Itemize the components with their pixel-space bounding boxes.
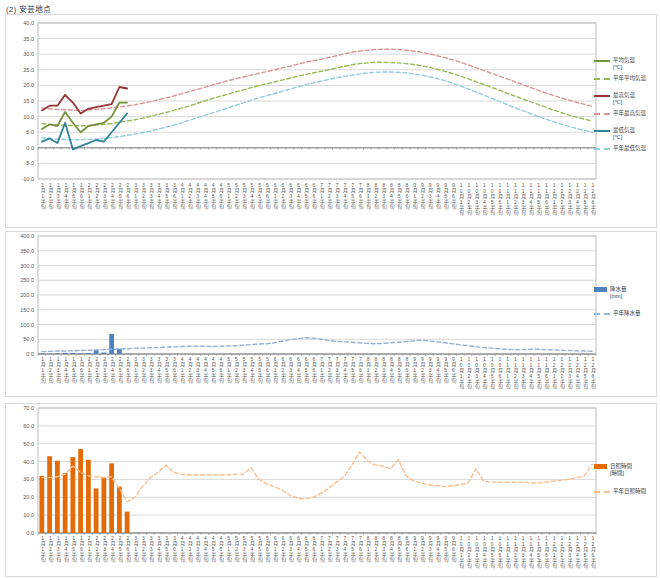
legend-item-平年最低気温: 平年最低気温 — [594, 145, 646, 152]
legend-item-平年最高気温: 平年最高気温 — [594, 110, 646, 117]
legend-item-平年日照時間: 平年日照時間 — [594, 488, 646, 495]
sunshine-chart: 0.010.020.030.040.050.060.070.0 1月1半旬1月2… — [5, 403, 657, 577]
legend-item-平年平均気温: 平年平均気温 — [594, 75, 646, 82]
legend-label: 平年最高気温 — [613, 110, 646, 117]
legend-swatch — [594, 287, 607, 292]
legend-swatch — [594, 491, 610, 493]
legend-item-日照時間: 日照時間 [時間] — [594, 463, 632, 477]
legend-swatch — [594, 113, 610, 115]
legend-swatch — [594, 130, 610, 132]
legend-label: 平年日照時間 — [613, 488, 646, 495]
legend-item-最高気温: 最高気温 [℃] — [594, 92, 635, 106]
legend-swatch — [594, 78, 610, 80]
legend-item-平均気温: 平均気温 [℃] — [594, 57, 635, 71]
legend-swatch — [594, 148, 610, 150]
legend-label: 最高気温 [℃] — [613, 92, 635, 106]
legend-label: 平均気温 [℃] — [613, 57, 635, 71]
legend-swatch — [594, 313, 610, 315]
legend-swatch — [594, 60, 610, 62]
temperature-legend: 平均気温 [℃]平年平均気温最高気温 [℃]平年最高気温最低気温 [℃]平年最低… — [6, 15, 656, 227]
precipitation-chart: 0.050.0100.0150.0200.0250.0300.0350.0400… — [5, 231, 657, 397]
weather-report-page: (2) 安芸地点 -10.0-5.00.05.010.015.020.025.0… — [0, 0, 660, 578]
legend-swatch — [594, 95, 610, 97]
page-title: (2) 安芸地点 — [6, 3, 51, 14]
legend-item-降水量: 降水量 [mm] — [594, 286, 627, 300]
legend-item-最低気温: 最低気温 [℃] — [594, 127, 635, 141]
legend-item-平年降水量: 平年降水量 — [594, 310, 641, 317]
legend-label: 平年最低気温 — [613, 145, 646, 152]
temperature-chart: -10.0-5.00.05.010.015.020.025.030.035.04… — [5, 14, 657, 228]
legend-label: 降水量 [mm] — [610, 286, 627, 300]
legend-label: 最低気温 [℃] — [613, 127, 635, 141]
legend-label: 平年降水量 — [613, 310, 641, 317]
legend-label: 平年平均気温 — [613, 75, 646, 82]
precipitation-legend: 降水量 [mm]平年降水量 — [6, 232, 656, 396]
sunshine-legend: 日照時間 [時間]平年日照時間 — [6, 404, 656, 576]
legend-label: 日照時間 [時間] — [610, 463, 632, 477]
legend-swatch — [594, 464, 607, 469]
